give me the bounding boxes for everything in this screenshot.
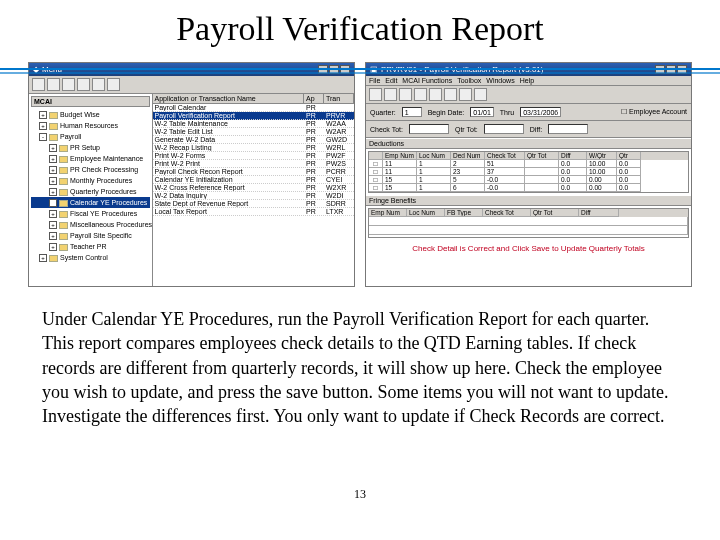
tree-node[interactable]: +Miscellaneous Procedures: [31, 219, 150, 230]
report-window: ▣ PRVRV01 - Payroll Verification Report …: [365, 62, 692, 287]
filter-bar-2: Check Tot: Qtr Tot: Diff:: [366, 121, 691, 138]
list-item[interactable]: W-2 Table Edit ListPRW2AR: [153, 128, 355, 136]
tree-node[interactable]: +Employee Maintenance: [31, 153, 150, 164]
begin-date-input[interactable]: 01/01: [470, 107, 494, 117]
tool-icon[interactable]: [107, 78, 120, 91]
nav-prev-icon[interactable]: [414, 88, 427, 101]
menu-item[interactable]: Windows: [486, 77, 514, 84]
table-row[interactable]: □1516-0.00.00.000.0: [369, 184, 688, 192]
checktot-input[interactable]: [409, 124, 449, 134]
tree-node[interactable]: +Human Resources: [31, 120, 150, 131]
deductions-label: Deductions: [366, 138, 691, 149]
diff-label: Diff:: [530, 126, 542, 133]
status-message: Check Detail is Correct and Click Save t…: [366, 240, 691, 257]
qtrtot-label: Qtr Tot:: [455, 126, 478, 133]
table-row[interactable]: □1112510.010.000.0: [369, 160, 688, 168]
tree-node[interactable]: +System Control: [31, 252, 150, 263]
print-icon[interactable]: [384, 88, 397, 101]
accent-rule: [0, 72, 720, 74]
slide-body-text: Under Calendar YE Procedures, run the Pa…: [0, 293, 720, 428]
end-date-input[interactable]: 03/31/2006: [520, 107, 561, 117]
list-item[interactable]: Print W-2 FormsPRPW2F: [153, 152, 355, 160]
list-item[interactable]: Payroll Verification ReportPRPRVR: [153, 112, 355, 120]
checktot-label: Check Tot:: [370, 126, 403, 133]
list-header: Application or Transaction Name Ap Tran: [153, 94, 355, 104]
tool-icon[interactable]: [62, 78, 75, 91]
tree-node[interactable]: +Calendar YE Procedures: [31, 197, 150, 208]
list-item[interactable]: Calendar YE InitializationPRCYEI: [153, 176, 355, 184]
quarter-input[interactable]: 1: [402, 107, 422, 117]
fringe-label: Fringe Benefits: [366, 195, 691, 206]
thru-label: Thru: [500, 109, 514, 116]
menu-window: ◆ Menu MCAI +Budget Wise+Human Resources…: [28, 62, 355, 287]
tree-root[interactable]: MCAI: [31, 96, 150, 107]
tool-icon[interactable]: [32, 78, 45, 91]
employee-account-checkbox[interactable]: ☐ Employee Account: [621, 108, 687, 116]
table-row[interactable]: □1515-0.00.00.000.0: [369, 176, 688, 184]
col-name: Application or Transaction Name: [153, 94, 305, 103]
nav-last-icon[interactable]: [444, 88, 457, 101]
nav-next-icon[interactable]: [429, 88, 442, 101]
page-number: 13: [0, 487, 720, 502]
tool-icon[interactable]: [47, 78, 60, 91]
toolbar: [366, 86, 691, 104]
list-item[interactable]: W-2 Table MaintenancePRW2AA: [153, 120, 355, 128]
menu-item[interactable]: Edit: [385, 77, 397, 84]
col-ap: Ap: [304, 94, 324, 103]
col-tran: Tran: [324, 94, 354, 103]
tree-node[interactable]: +Teacher PR: [31, 241, 150, 252]
nav-first-icon[interactable]: [399, 88, 412, 101]
tree-node[interactable]: -Payroll: [31, 131, 150, 142]
toolbar: [29, 76, 354, 94]
quarter-label: Quarter:: [370, 109, 396, 116]
tree-node[interactable]: +PR Check Processing: [31, 164, 150, 175]
tree-node[interactable]: +Monthly Procedures: [31, 175, 150, 186]
save-icon[interactable]: [369, 88, 382, 101]
table-row[interactable]: □11123370.010.000.0: [369, 168, 688, 176]
qtrtot-input[interactable]: [484, 124, 524, 134]
page-title: Payroll Verification Report: [0, 0, 720, 52]
tree-node[interactable]: +Quarterly Procedures: [31, 186, 150, 197]
begin-date-label: Begin Date:: [428, 109, 465, 116]
tree-node[interactable]: +Payroll Site Specific: [31, 230, 150, 241]
fringe-grid[interactable]: Emp NumLoc NumFB TypeCheck TotQtr TotDif…: [368, 208, 689, 238]
menu-item[interactable]: Toolbox: [457, 77, 481, 84]
menubar[interactable]: FileEditMCAI FunctionsToolboxWindowsHelp: [366, 76, 691, 86]
nav-tree[interactable]: MCAI +Budget Wise+Human Resources-Payrol…: [29, 94, 153, 286]
accent-rule: [0, 68, 720, 70]
deductions-grid[interactable]: Emp NumLoc NumDed NumCheck TotQtr TotDif…: [368, 151, 689, 193]
tree-node[interactable]: +Fiscal YE Procedures: [31, 208, 150, 219]
list-item[interactable]: W-2 Data InquiryPRW2DI: [153, 192, 355, 200]
menu-item[interactable]: Help: [520, 77, 534, 84]
menu-item[interactable]: File: [369, 77, 380, 84]
tree-node[interactable]: +Budget Wise: [31, 109, 150, 120]
list-item[interactable]: Generate W-2 DataPRGW2D: [153, 136, 355, 144]
transaction-list[interactable]: Application or Transaction Name Ap Tran …: [153, 94, 355, 286]
list-item[interactable]: Payroll CalendarPR: [153, 104, 355, 112]
refresh-icon[interactable]: [459, 88, 472, 101]
tree-node[interactable]: +PR Setup: [31, 142, 150, 153]
list-item[interactable]: Payroll Check Recon ReportPRPCRR: [153, 168, 355, 176]
tool-icon[interactable]: [92, 78, 105, 91]
filter-bar: Quarter: 1 Begin Date: 01/01 Thru 03/31/…: [366, 104, 691, 121]
tool-icon[interactable]: [77, 78, 90, 91]
list-item[interactable]: Local Tax ReportPRLTXR: [153, 208, 355, 216]
list-item[interactable]: W-2 Cross Reference ReportPRW2XR: [153, 184, 355, 192]
help-icon[interactable]: [474, 88, 487, 101]
list-item[interactable]: W-2 Recap ListingPRW2RL: [153, 144, 355, 152]
list-item[interactable]: State Dept of Revenue ReportPRSDRR: [153, 200, 355, 208]
list-item[interactable]: Print W-2 PrintPRPW2S: [153, 160, 355, 168]
menu-item[interactable]: MCAI Functions: [402, 77, 452, 84]
diff-input[interactable]: [548, 124, 588, 134]
